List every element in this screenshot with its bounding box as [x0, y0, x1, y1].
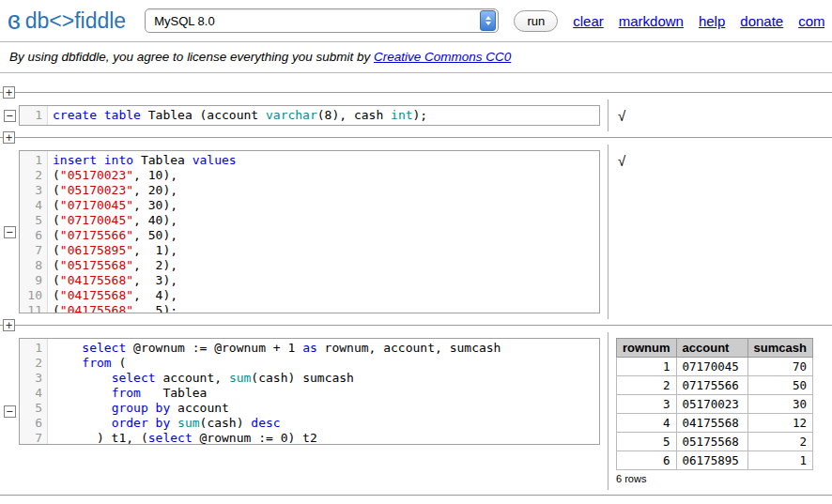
- dbfiddle-logo-icon: ɞ: [8, 8, 21, 34]
- result-cell: 4: [617, 414, 677, 433]
- line-number: 7: [23, 243, 42, 258]
- code-line: ("07170045", 40),: [53, 213, 599, 228]
- help-link[interactable]: help: [699, 13, 725, 29]
- line-number: 1: [23, 108, 42, 123]
- line-number: 7: [23, 431, 42, 445]
- sql-editor-2[interactable]: 1234567891011 insert into Tablea values(…: [19, 150, 600, 313]
- result-row: 10717004570: [617, 358, 813, 376]
- header: ɞ db<>fiddle MySQL 8.0 run clear markdow…: [0, 0, 832, 42]
- logo[interactable]: ɞ db<>fiddle: [8, 8, 126, 34]
- line-number: 11: [23, 303, 42, 313]
- code-line: order by sum(cash) desc: [53, 416, 599, 431]
- code-line: ("04175568", 3),: [53, 273, 599, 288]
- line-number: 6: [23, 416, 42, 431]
- panel-separator: [0, 92, 832, 93]
- result-cell: 30: [747, 395, 812, 414]
- result-row: 20717556650: [617, 376, 813, 395]
- code-line: ("07175566", 50),: [53, 228, 599, 243]
- result-column-header: rownum: [617, 339, 677, 358]
- panel-separator-bottom: [0, 495, 832, 496]
- code-line: ("07170045", 30),: [53, 198, 599, 213]
- result-cell: 07175566: [676, 376, 747, 395]
- success-indicator: √: [616, 105, 824, 124]
- header-links: clear markdown help donate com: [573, 13, 824, 29]
- result-cell: 07170045: [676, 358, 747, 376]
- database-select-value: MySQL 8.0: [154, 14, 480, 28]
- add-panel-row-2: +: [0, 131, 832, 145]
- license-notice: By using dbfiddle, you agree to license …: [0, 42, 832, 73]
- line-number: 4: [23, 386, 42, 401]
- code-line: select account, sum(cash) sumcash: [53, 371, 599, 386]
- cc0-license-link[interactable]: Creative Commons CC0: [374, 50, 511, 64]
- code-line: ) t1, (select @rownum := 0) t2: [53, 431, 599, 444]
- result-cell: 6: [617, 451, 677, 470]
- code-line: insert into Tablea values: [53, 153, 599, 168]
- line-number: 8: [23, 258, 42, 273]
- code-line: from (: [53, 356, 599, 371]
- panel-separator: [0, 325, 832, 326]
- line-number: 9: [23, 273, 42, 288]
- result-column-header: sumcash: [747, 339, 812, 358]
- line-number: 3: [23, 371, 42, 386]
- main: + − 1 create table Tablea (account varch…: [0, 73, 832, 496]
- result-cell: 2: [617, 376, 677, 395]
- result-cell: 2: [747, 433, 812, 451]
- run-button[interactable]: run: [514, 10, 558, 32]
- line-number: 5: [23, 401, 42, 416]
- notice-text: By using dbfiddle, you agree to license …: [9, 50, 374, 64]
- line-number: 3: [23, 183, 42, 198]
- result-cell: 50: [747, 376, 812, 395]
- logo-text: db<>fiddle: [25, 8, 126, 34]
- donate-link[interactable]: donate: [740, 13, 783, 29]
- code-area[interactable]: select @rownum := @rownum + 1 as rownum,…: [48, 339, 599, 444]
- query-panel-3: − 1234567 select @rownum := @rownum + 1 …: [0, 332, 832, 490]
- row-count: 6 rows: [616, 473, 824, 484]
- result-cell: 3: [617, 395, 677, 414]
- code-area[interactable]: insert into Tablea values("05170023", 10…: [48, 151, 599, 313]
- query-panel-1: − 1 create table Tablea (account varchar…: [0, 99, 832, 131]
- result-cell: 04175568: [676, 414, 747, 433]
- add-panel-row-3: +: [0, 319, 832, 332]
- select-arrows-icon: [480, 10, 496, 31]
- code-line: ("05170023", 10),: [53, 168, 599, 183]
- result-row: 40417556812: [617, 414, 813, 433]
- query-panel-2: − 1234567891011 insert into Tablea value…: [0, 145, 832, 319]
- code-area[interactable]: create table Tablea (account varchar(8),…: [48, 106, 599, 125]
- code-line: from Tablea: [53, 386, 599, 401]
- collapse-panel-button[interactable]: −: [4, 226, 16, 238]
- code-line: select @rownum := @rownum + 1 as rownum,…: [53, 341, 599, 356]
- code-line: ("04175568", 5);: [53, 303, 599, 313]
- result-table: rownumaccountsumcash10717004570207175566…: [616, 338, 813, 470]
- code-line: ("06175895", 1),: [53, 243, 599, 258]
- code-line: group by account: [53, 401, 599, 416]
- add-panel-button[interactable]: +: [3, 319, 15, 331]
- clear-link[interactable]: clear: [573, 13, 604, 29]
- add-panel-button[interactable]: +: [3, 86, 15, 99]
- result-cell: 1: [747, 451, 812, 470]
- code-line: ("04175568", 4),: [53, 288, 599, 303]
- collapse-panel-button[interactable]: −: [4, 405, 16, 418]
- line-numbers: 1234567: [20, 339, 48, 444]
- code-line: ("05175568", 2),: [53, 258, 599, 273]
- sql-editor-1[interactable]: 1 create table Tablea (account varchar(8…: [19, 105, 600, 126]
- line-number: 6: [23, 228, 42, 243]
- comments-link[interactable]: com: [798, 13, 824, 29]
- collapse-panel-button[interactable]: −: [4, 110, 16, 122]
- add-panel-row-1: +: [0, 86, 832, 99]
- database-select[interactable]: MySQL 8.0: [145, 8, 499, 33]
- line-number: 2: [23, 356, 42, 371]
- panel-separator: [0, 137, 832, 138]
- line-number: 10: [23, 288, 42, 303]
- line-number: 4: [23, 198, 42, 213]
- markdown-link[interactable]: markdown: [619, 13, 684, 29]
- result-row: 30517002330: [617, 395, 813, 414]
- result-column-header: account: [676, 339, 747, 358]
- add-panel-button[interactable]: +: [3, 131, 15, 144]
- line-number: 1: [23, 153, 42, 168]
- code-line: create table Tablea (account varchar(8),…: [53, 108, 599, 123]
- result-row: 6061758951: [617, 451, 813, 470]
- result-cell: 05170023: [676, 395, 747, 414]
- sql-editor-3[interactable]: 1234567 select @rownum := @rownum + 1 as…: [19, 338, 600, 445]
- result-cell: 70: [747, 358, 812, 376]
- result-cell: 05175568: [676, 433, 747, 451]
